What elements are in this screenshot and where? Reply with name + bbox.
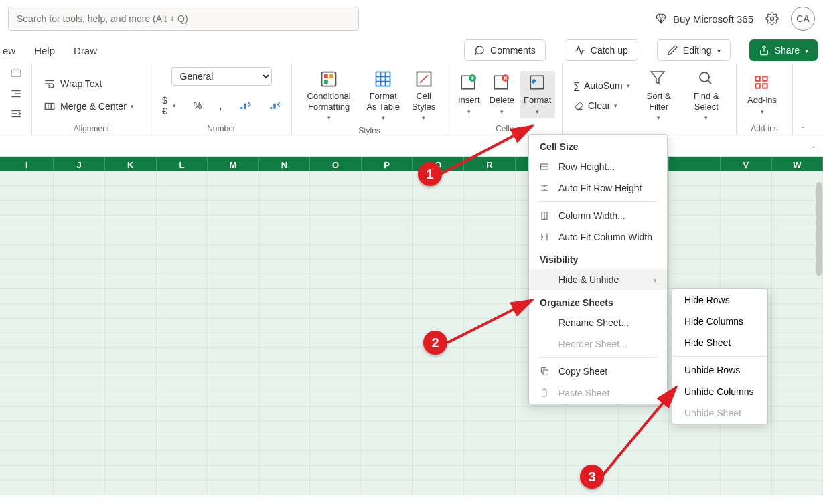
comments-button[interactable]: Comments	[464, 39, 546, 61]
search-input[interactable]: Search for tools, help, and more (Alt + …	[8, 7, 359, 31]
cell[interactable]	[54, 481, 105, 495]
cell[interactable]	[54, 304, 105, 319]
cell[interactable]	[516, 451, 567, 466]
cell[interactable]	[310, 422, 362, 436]
cell[interactable]	[105, 333, 157, 348]
cell[interactable]	[310, 436, 362, 451]
submenu-hide-sheet[interactable]: Hide Sheet	[672, 332, 767, 353]
cell[interactable]	[310, 481, 362, 495]
decrease-decimal-button[interactable]	[265, 98, 285, 113]
cell[interactable]	[516, 466, 567, 481]
cell[interactable]	[772, 407, 824, 422]
cell[interactable]	[208, 422, 259, 436]
cell[interactable]	[669, 260, 721, 274]
cell[interactable]	[464, 451, 516, 466]
cell[interactable]	[310, 363, 362, 377]
cell[interactable]	[259, 319, 311, 333]
cell[interactable]	[721, 436, 772, 451]
cell[interactable]	[362, 481, 413, 495]
cell[interactable]	[157, 245, 208, 260]
find-select-button[interactable]: Find & Select▾	[684, 67, 729, 124]
cell[interactable]	[208, 407, 259, 422]
cell[interactable]	[0, 186, 54, 201]
cell[interactable]	[0, 363, 54, 377]
cell[interactable]	[362, 216, 413, 230]
cell[interactable]	[310, 392, 362, 407]
cell[interactable]	[362, 451, 413, 466]
cell[interactable]	[516, 481, 567, 495]
cell[interactable]	[721, 245, 772, 260]
cell[interactable]	[0, 348, 54, 363]
cell[interactable]	[362, 407, 413, 422]
cell[interactable]	[157, 436, 208, 451]
cell[interactable]	[721, 186, 772, 201]
cell[interactable]	[413, 230, 464, 245]
formula-bar-expand-button[interactable]: ⌄	[811, 143, 816, 149]
cell[interactable]	[772, 304, 824, 319]
cell[interactable]	[413, 407, 464, 422]
percent-button[interactable]: %	[190, 98, 206, 114]
cell[interactable]	[772, 216, 824, 230]
cell[interactable]	[362, 186, 413, 201]
cell[interactable]	[208, 260, 259, 274]
cell[interactable]	[157, 304, 208, 319]
indent-increase-icon[interactable]	[9, 107, 23, 120]
cell[interactable]	[413, 436, 464, 451]
cell[interactable]	[208, 304, 259, 319]
vertical-scrollbar[interactable]	[816, 182, 822, 276]
cell[interactable]	[413, 186, 464, 201]
cell[interactable]	[772, 451, 824, 466]
cell[interactable]	[0, 451, 54, 466]
column-header[interactable]: W	[772, 157, 824, 172]
cell[interactable]	[54, 274, 105, 289]
cell[interactable]	[157, 260, 208, 274]
cell[interactable]	[157, 186, 208, 201]
cell[interactable]	[772, 201, 824, 216]
cell[interactable]	[54, 289, 105, 304]
cell[interactable]	[208, 333, 259, 348]
comma-button[interactable]: ,	[215, 98, 226, 114]
cell[interactable]	[0, 201, 54, 216]
cell[interactable]	[105, 201, 157, 216]
cell[interactable]	[721, 216, 772, 230]
menu-item-row-height[interactable]: Row Height...	[529, 156, 667, 177]
conditional-formatting-button[interactable]: Conditional Formatting▾	[299, 67, 359, 124]
cell[interactable]	[157, 171, 208, 186]
cell[interactable]	[772, 333, 824, 348]
cell[interactable]	[362, 392, 413, 407]
cell[interactable]	[772, 319, 824, 333]
cell[interactable]	[772, 348, 824, 363]
cell[interactable]	[362, 274, 413, 289]
cell[interactable]	[105, 216, 157, 230]
tab-draw[interactable]: Draw	[74, 45, 97, 56]
cell[interactable]	[413, 481, 464, 495]
column-header[interactable]: O	[310, 157, 362, 172]
cell[interactable]	[105, 289, 157, 304]
wrap-text-button[interactable]: Wrap Text	[39, 74, 106, 93]
merge-center-button[interactable]: Merge & Center ▾	[39, 97, 138, 116]
cell[interactable]	[157, 230, 208, 245]
column-header[interactable]: N	[259, 157, 311, 172]
cell[interactable]	[259, 260, 311, 274]
cell[interactable]	[157, 216, 208, 230]
cell[interactable]	[54, 171, 105, 186]
cell[interactable]	[208, 230, 259, 245]
cell[interactable]	[259, 186, 311, 201]
cell[interactable]	[516, 407, 567, 422]
cell[interactable]	[413, 422, 464, 436]
clear-button[interactable]: Clear▾	[569, 98, 634, 114]
cell[interactable]	[0, 392, 54, 407]
cell[interactable]	[310, 348, 362, 363]
cell[interactable]	[208, 186, 259, 201]
cell[interactable]	[721, 451, 772, 466]
cell[interactable]	[464, 201, 516, 216]
cell[interactable]	[208, 274, 259, 289]
cell[interactable]	[259, 274, 311, 289]
cell[interactable]	[0, 260, 54, 274]
cell[interactable]	[772, 289, 824, 304]
cell[interactable]	[259, 201, 311, 216]
column-header[interactable]	[669, 157, 721, 172]
cell[interactable]	[157, 348, 208, 363]
cell[interactable]	[772, 260, 824, 274]
cell[interactable]	[105, 171, 157, 186]
